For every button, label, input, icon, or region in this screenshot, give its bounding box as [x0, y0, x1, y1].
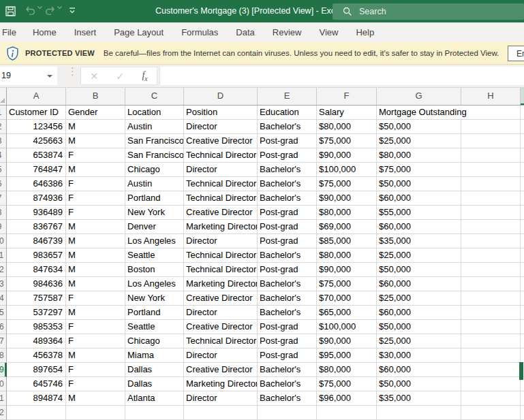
cell-G19[interactable]: $60,000 — [377, 363, 461, 377]
cell-B10[interactable]: M — [66, 234, 125, 248]
cell-G18[interactable]: $30,000 — [377, 349, 461, 363]
cell-G12[interactable]: $50,000 — [377, 263, 461, 277]
row-header-20[interactable]: 20 — [0, 377, 7, 391]
row-header-10[interactable]: 10 — [0, 234, 7, 248]
cell-C5[interactable]: Chicago — [125, 163, 184, 177]
cell-H10[interactable] — [461, 234, 521, 248]
cell-E19[interactable]: Bachelor's — [258, 363, 317, 377]
cell-F13[interactable]: $75,000 — [317, 277, 377, 291]
cell-H13[interactable] — [461, 277, 521, 291]
cell-I7[interactable] — [521, 191, 524, 206]
insert-function-icon[interactable]: fx — [142, 70, 147, 82]
cell-B13[interactable]: M — [66, 277, 125, 291]
cell-B22[interactable] — [66, 406, 125, 420]
cell-D16[interactable]: Creative Director — [184, 320, 258, 334]
cell-H2[interactable] — [461, 120, 521, 134]
undo-icon[interactable] — [25, 6, 35, 16]
cell-C17[interactable]: Chicago — [125, 334, 184, 349]
cell-I8[interactable] — [521, 206, 524, 220]
customize-quick-access-toolbar-icon[interactable] — [68, 7, 76, 15]
cell-F16[interactable]: $100,000 — [317, 320, 377, 334]
cell-G4[interactable]: $80,000 — [377, 148, 461, 163]
cell-C19[interactable]: Dallas — [125, 363, 184, 377]
row-header-5[interactable]: 5 — [0, 163, 7, 177]
cell-H7[interactable] — [461, 191, 521, 206]
cell-C1[interactable]: Location — [125, 106, 184, 120]
cell-A11[interactable]: 983657 — [7, 248, 66, 263]
cell-D2[interactable]: Director — [184, 120, 258, 134]
cell-G17[interactable]: $25,000 — [377, 334, 461, 349]
row-header-18[interactable]: 18 — [0, 349, 7, 363]
column-header-A[interactable]: A — [7, 88, 66, 105]
row-header-1[interactable]: 1 — [0, 106, 7, 120]
cell-E20[interactable]: Bachelor's — [258, 377, 317, 391]
tab-help[interactable]: Help — [347, 22, 383, 42]
cell-G7[interactable]: $60,000 — [377, 191, 461, 206]
cell-G1[interactable]: Mortgage Outstanding — [377, 106, 521, 120]
cell-G9[interactable]: $60,000 — [377, 220, 461, 234]
cell-A15[interactable]: 537297 — [7, 306, 66, 320]
cell-I10[interactable] — [521, 234, 524, 248]
cell-I22[interactable] — [521, 406, 524, 420]
cell-F14[interactable]: $70,000 — [317, 291, 377, 306]
cell-C11[interactable]: Seattle — [125, 248, 184, 263]
cell-H18[interactable] — [461, 349, 521, 363]
cell-B7[interactable]: F — [66, 191, 125, 206]
cell-H8[interactable] — [461, 206, 521, 220]
cell-I6[interactable] — [521, 177, 524, 191]
cancel-icon[interactable]: ✕ — [90, 71, 98, 82]
tab-formulas[interactable]: Formulas — [172, 22, 227, 42]
name-box[interactable]: 19 — [0, 67, 57, 85]
cell-D8[interactable]: Creative Director — [184, 206, 258, 220]
redo-dropdown-icon[interactable] — [57, 6, 62, 10]
column-header-C[interactable]: C — [125, 88, 184, 105]
cell-A14[interactable]: 757587 — [7, 291, 66, 306]
undo-dropdown-icon[interactable] — [37, 6, 42, 10]
row-header-14[interactable]: 14 — [0, 291, 7, 306]
cell-D5[interactable]: Director — [184, 163, 258, 177]
cell-D15[interactable]: Director — [184, 306, 258, 320]
cell-A10[interactable]: 846739 — [7, 234, 66, 248]
cell-D7[interactable]: Technical Director — [184, 191, 258, 206]
cell-B16[interactable]: F — [66, 320, 125, 334]
cell-D13[interactable]: Marketing Director — [184, 277, 258, 291]
cell-B4[interactable]: F — [66, 148, 125, 163]
cell-F18[interactable]: $95,000 — [317, 349, 377, 363]
cell-E4[interactable]: Post-grad — [258, 148, 317, 163]
cell-F22[interactable] — [317, 406, 377, 420]
cell-B5[interactable]: M — [66, 163, 125, 177]
row-header-22[interactable]: 22 — [0, 406, 7, 420]
cell-G21[interactable]: $35,000 — [377, 391, 461, 406]
cell-E22[interactable] — [258, 406, 317, 420]
search-input[interactable]: Search — [333, 3, 524, 20]
cell-G22[interactable] — [377, 406, 461, 420]
cell-A6[interactable]: 646386 — [7, 177, 66, 191]
cell-G10[interactable]: $35,000 — [377, 234, 461, 248]
row-header-13[interactable]: 13 — [0, 277, 7, 291]
row-header-19[interactable]: 19 — [0, 363, 7, 377]
column-header-D[interactable]: D — [184, 88, 258, 105]
cell-F2[interactable]: $80,000 — [317, 120, 377, 134]
cell-I13[interactable] — [521, 277, 524, 291]
cell-F19[interactable]: $80,000 — [317, 363, 377, 377]
cell-E16[interactable]: Post-grad — [258, 320, 317, 334]
cell-E14[interactable]: Bachelor's — [258, 291, 317, 306]
cell-F7[interactable]: $90,000 — [317, 191, 377, 206]
cell-G6[interactable]: $50,000 — [377, 177, 461, 191]
cell-B8[interactable]: F — [66, 206, 125, 220]
cell-A12[interactable]: 847634 — [7, 263, 66, 277]
cell-G14[interactable]: $25,000 — [377, 291, 461, 306]
tab-review[interactable]: Review — [264, 22, 311, 42]
cell-I9[interactable] — [521, 220, 524, 234]
cell-I2[interactable] — [521, 120, 524, 134]
row-header-9[interactable]: 9 — [0, 220, 7, 234]
cell-C15[interactable]: Portland — [125, 306, 184, 320]
cell-D12[interactable]: Technical Director — [184, 263, 258, 277]
cell-B6[interactable]: F — [66, 177, 125, 191]
cell-E11[interactable]: Bachelor's — [258, 248, 317, 263]
cell-F3[interactable]: $75,000 — [317, 134, 377, 148]
cell-E21[interactable]: Bachelor's — [258, 391, 317, 406]
row-header-12[interactable]: 12 — [0, 263, 7, 277]
cell-E1[interactable]: Education — [258, 106, 317, 120]
cell-H3[interactable] — [461, 134, 521, 148]
